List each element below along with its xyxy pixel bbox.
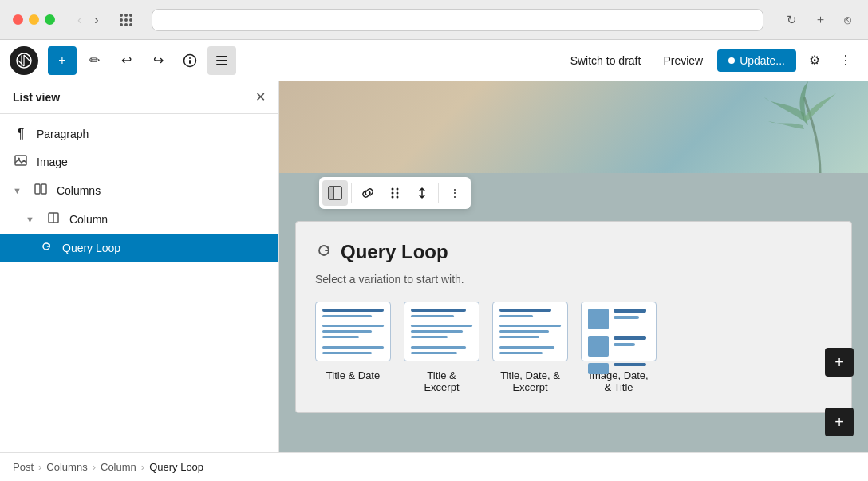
breadcrumb-bar: Post › Columns › Column › Query Loop [0,452,868,481]
column-expand-arrow: ▼ [26,215,34,224]
more-options-button[interactable]: ⋮ [833,48,858,73]
share-icon[interactable]: ⎋ [840,11,855,28]
svg-rect-3 [189,60,191,64]
content-area: ⋮ Query Loop Select a variation to start… [279,81,868,452]
editor-toolbar: + ✏ ↩ ↪ Switch to draft Preview Update..… [0,40,868,81]
sidebar-item-image[interactable]: Image [0,148,278,176]
sidebar-item-column[interactable]: ▼ Column [0,205,278,234]
breadcrumb-post[interactable]: Post [13,461,34,473]
variation-label-title-date: Title & Date [326,369,380,381]
columns-icon [33,183,49,199]
add-block-button-2[interactable]: + [825,408,854,436]
svg-point-16 [392,188,394,191]
svg-rect-4 [216,56,227,57]
query-loop-title: Query Loop [341,241,448,263]
add-block-button-1[interactable]: + [825,348,854,377]
edit-button[interactable]: ✏ [80,46,108,75]
update-dot [728,57,735,64]
variation-preview-title-date-excerpt [492,302,568,361]
variation-label-title-date-excerpt: Title, Date, &Excerpt [500,369,560,393]
close-sidebar-button[interactable]: ✕ [255,91,266,104]
breadcrumb-column[interactable]: Column [101,461,136,473]
variation-title-excerpt[interactable]: Title &Excerpt [404,302,479,393]
variations-grid: Title & Date Title &Exc [315,302,832,393]
add-block-button[interactable]: + [48,46,77,75]
list-view-button[interactable] [207,46,236,75]
breadcrumb-sep-3: › [141,461,144,473]
query-loop-header: Query Loop [315,241,832,263]
breadcrumb-columns[interactable]: Columns [46,461,87,473]
image-icon [13,154,29,170]
switch-to-draft-button[interactable]: Switch to draft [562,49,649,72]
info-button[interactable] [176,46,204,75]
block-toolbar: ⋮ [319,177,471,209]
main-layout: List view ✕ ¶ Paragraph Image [0,81,868,452]
palm-decoration [756,81,852,173]
traffic-lights [13,14,55,25]
variation-image-date-title[interactable]: Image, Date,& Title [581,302,657,393]
add-tab-icon[interactable]: ＋ [811,10,831,29]
toolbar-right: Switch to draft Preview Update... ⚙ ⋮ [562,48,858,73]
redo-button[interactable]: ↪ [144,46,172,75]
window-chrome: ‹ › ↻ ＋ ⎋ [0,0,868,40]
sidebar-item-paragraph[interactable]: ¶ Paragraph [0,120,278,148]
variation-title-date[interactable]: Title & Date [315,302,391,393]
sidebar-toggle-btn[interactable] [322,180,348,206]
query-loop-icon [38,240,54,256]
settings-button[interactable]: ⚙ [803,48,827,73]
query-loop-block: Query Loop Select a variation to start w… [295,221,852,413]
maximize-button[interactable] [45,14,55,25]
sidebar: List view ✕ ¶ Paragraph Image [0,81,279,452]
block-move-btn[interactable] [409,180,435,206]
preview-button[interactable]: Preview [655,49,711,72]
wp-logo[interactable] [10,46,38,75]
sidebar-item-query-loop[interactable]: Query Loop [0,234,278,262]
paragraph-icon: ¶ [13,127,29,141]
svg-rect-5 [216,60,227,61]
breadcrumb-sep-2: › [93,461,96,473]
svg-point-21 [397,196,399,199]
svg-rect-6 [216,64,227,65]
svg-point-19 [397,192,399,195]
sidebar-item-columns[interactable]: ▼ Columns [0,176,278,205]
columns-expand-arrow: ▼ [13,186,22,195]
sidebar-list: ¶ Paragraph Image ▼ [0,114,278,452]
column-icon [45,211,61,227]
app-grid-icon[interactable] [120,14,132,26]
block-link-btn[interactable] [355,180,381,206]
svg-rect-9 [35,184,40,194]
sidebar-header: List view ✕ [0,81,278,114]
update-button[interactable]: Update... [717,49,796,72]
svg-point-20 [392,196,394,199]
query-loop-block-icon [315,242,333,263]
toolbar-separator-1 [351,183,352,203]
close-button[interactable] [13,14,23,25]
block-more-btn[interactable]: ⋮ [442,180,468,206]
minimize-button[interactable] [29,14,39,25]
address-bar[interactable] [152,9,763,31]
variation-preview-image-date-title [581,302,657,361]
variation-label-title-excerpt: Title &Excerpt [424,369,459,393]
sidebar-title: List view [13,91,60,104]
svg-point-17 [397,188,399,191]
reload-icon[interactable]: ↻ [783,11,801,29]
forward-button[interactable]: › [89,11,103,29]
block-drag-btn[interactable] [382,180,408,206]
header-image [279,81,868,173]
breadcrumb-sep-1: › [38,461,41,473]
breadcrumb-query-loop[interactable]: Query Loop [149,461,203,473]
nav-buttons: ‹ › [73,11,104,29]
svg-point-2 [189,57,191,59]
toolbar-separator-2 [438,183,439,203]
variation-preview-title-date [315,302,391,361]
svg-rect-15 [329,187,333,199]
undo-button[interactable]: ↩ [112,46,140,75]
query-loop-subtitle: Select a variation to start with. [315,273,832,286]
variation-title-date-excerpt[interactable]: Title, Date, &Excerpt [492,302,568,393]
back-button[interactable]: ‹ [73,11,86,29]
variation-preview-title-excerpt [404,302,479,361]
svg-rect-10 [41,184,46,194]
svg-point-18 [392,192,394,195]
